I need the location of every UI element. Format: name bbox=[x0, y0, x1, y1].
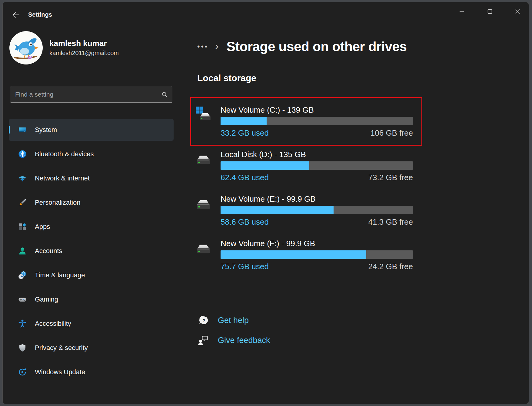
close-button[interactable] bbox=[511, 5, 524, 18]
time-language-icon bbox=[18, 271, 27, 280]
app-title: Settings bbox=[28, 11, 52, 18]
system-icon bbox=[18, 125, 27, 134]
sidebar-item-label: Windows Update bbox=[35, 368, 85, 376]
user-name: kamlesh kumar bbox=[49, 39, 107, 48]
drive-row-d[interactable]: Local Disk (D:) - 135 GB62.4 GB used73.2… bbox=[194, 150, 413, 184]
apps-icon bbox=[18, 222, 27, 231]
chevron-right-icon: › bbox=[215, 40, 218, 52]
sidebar-item-label: Network & internet bbox=[35, 174, 90, 182]
accounts-icon bbox=[18, 246, 27, 256]
sidebar-item-label: Bluetooth & devices bbox=[35, 150, 94, 158]
drive-title: New Volume (F:) - 99.9 GB bbox=[221, 239, 315, 248]
windows-update-icon bbox=[18, 368, 27, 377]
sidebar-item-network-internet[interactable]: Network & internet bbox=[9, 167, 174, 189]
footer-links: ?Get helpGive feedback bbox=[197, 311, 349, 353]
drive-free-label: 24.2 GB free bbox=[368, 262, 413, 271]
sidebar-item-apps[interactable]: Apps bbox=[9, 216, 174, 238]
drive-icon bbox=[194, 150, 213, 168]
breadcrumb: ••• › Storage used on other drives bbox=[197, 36, 407, 57]
selected-indicator bbox=[9, 126, 10, 134]
sidebar-item-accessibility[interactable]: Accessibility bbox=[9, 313, 174, 335]
drive-usage-bar bbox=[221, 161, 413, 170]
search-box bbox=[10, 86, 172, 103]
search-input[interactable] bbox=[10, 86, 161, 102]
page-title: Storage used on other drives bbox=[227, 39, 407, 54]
sidebar-item-gaming[interactable]: Gaming bbox=[9, 289, 174, 310]
bluebird-avatar bbox=[9, 31, 43, 64]
link-label: Give feedback bbox=[218, 336, 270, 345]
drive-usage-fill bbox=[221, 206, 334, 214]
privacy-icon bbox=[18, 343, 27, 352]
breadcrumb-ellipsis[interactable]: ••• bbox=[197, 36, 208, 57]
sidebar-item-bluetooth-devices[interactable]: Bluetooth & devices bbox=[9, 143, 174, 165]
sidebar-item-time-language[interactable]: Time & language bbox=[9, 264, 174, 286]
drive-usage-bar bbox=[221, 250, 413, 259]
svg-text:?: ? bbox=[202, 318, 205, 323]
drive-title: New Volume (E:) - 99.9 GB bbox=[221, 194, 316, 204]
drive-free-label: 73.2 GB free bbox=[368, 173, 413, 182]
give-feedback-link[interactable]: Give feedback bbox=[197, 334, 270, 346]
sidebar-item-label: Time & language bbox=[35, 271, 85, 279]
feedback-icon bbox=[197, 334, 209, 346]
drive-usage-bar bbox=[221, 117, 413, 125]
sidebar-item-label: Accessibility bbox=[35, 320, 71, 328]
drive-usage-fill bbox=[221, 250, 366, 259]
sidebar-item-label: Gaming bbox=[35, 295, 58, 303]
drive-used-label: 62.4 GB used bbox=[221, 173, 269, 182]
sidebar-item-personalization[interactable]: Personalization bbox=[9, 192, 174, 213]
sidebar-item-label: Apps bbox=[35, 223, 50, 231]
get-help-link[interactable]: ?Get help bbox=[197, 314, 249, 326]
section-title: Local storage bbox=[197, 73, 256, 83]
drive-free-label: 106 GB free bbox=[371, 128, 413, 138]
gaming-icon bbox=[18, 295, 27, 304]
search-icon bbox=[161, 91, 168, 98]
sidebar-item-privacy-security[interactable]: Privacy & security bbox=[9, 337, 174, 359]
maximize-button[interactable] bbox=[483, 5, 497, 18]
back-button[interactable] bbox=[10, 9, 22, 21]
network-icon bbox=[18, 174, 27, 183]
accessibility-icon bbox=[18, 319, 27, 328]
drive-used-label: 33.2 GB used bbox=[221, 128, 269, 138]
personalization-icon bbox=[18, 198, 27, 207]
sidebar-item-system[interactable]: System bbox=[9, 119, 174, 141]
drive-icon bbox=[194, 195, 213, 213]
sidebar-item-windows-update[interactable]: Windows Update bbox=[9, 361, 174, 383]
windows-drive-icon bbox=[194, 106, 213, 124]
help-icon: ? bbox=[197, 314, 209, 326]
settings-window: Settings kamlesh kumar kamlesh2011@gmail… bbox=[2, 2, 529, 404]
user-email: kamlesh2011@gmail.com bbox=[49, 50, 119, 57]
drive-row-c[interactable]: New Volume (C:) - 139 GB33.2 GB used106 … bbox=[194, 105, 413, 139]
drive-title: New Volume (C:) - 139 GB bbox=[221, 105, 314, 115]
user-card[interactable]: kamlesh kumar kamlesh2011@gmail.com bbox=[9, 31, 161, 65]
drive-free-label: 41.3 GB free bbox=[368, 217, 413, 227]
minimize-button[interactable] bbox=[455, 5, 468, 18]
sidebar-item-label: Privacy & security bbox=[35, 344, 88, 352]
drive-row-f[interactable]: New Volume (F:) - 99.9 GB75.7 GB used24.… bbox=[194, 239, 413, 273]
drive-usage-bar bbox=[221, 206, 413, 214]
drive-usage-fill bbox=[221, 161, 309, 170]
sidebar-nav: SystemBluetooth & devicesNetwork & inter… bbox=[9, 119, 174, 385]
drive-used-label: 58.6 GB used bbox=[221, 217, 269, 227]
drive-row-e[interactable]: New Volume (E:) - 99.9 GB58.6 GB used41.… bbox=[194, 194, 413, 228]
drive-list: New Volume (C:) - 139 GB33.2 GB used106 … bbox=[194, 105, 413, 281]
sidebar-item-label: System bbox=[35, 126, 57, 134]
link-label: Get help bbox=[218, 316, 249, 325]
drive-title: Local Disk (D:) - 135 GB bbox=[221, 150, 306, 159]
sidebar-item-accounts[interactable]: Accounts bbox=[9, 240, 174, 262]
drive-icon bbox=[194, 239, 213, 257]
sidebar-item-label: Personalization bbox=[35, 199, 80, 206]
drive-usage-fill bbox=[221, 117, 267, 125]
drive-used-label: 75.7 GB used bbox=[221, 262, 269, 271]
bluetooth-icon bbox=[18, 150, 27, 159]
sidebar-item-label: Accounts bbox=[35, 247, 62, 255]
